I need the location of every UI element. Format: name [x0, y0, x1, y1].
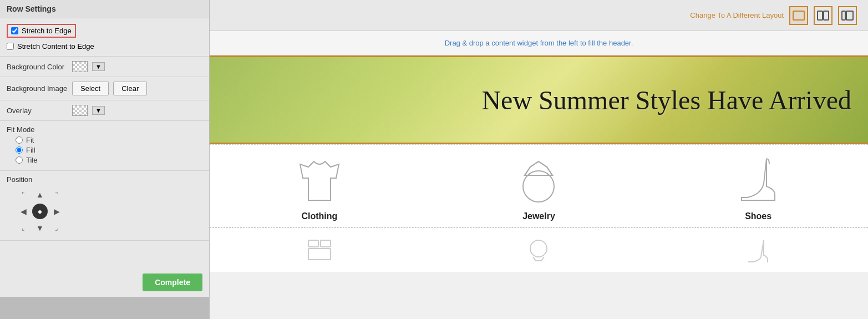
categories-section: Clothing Jewelry Shoes: [210, 144, 868, 227]
stretch-content-row: Stretch Content to Edge: [7, 42, 202, 50]
layout-full-button[interactable]: [789, 6, 808, 25]
background-image-label: Background Image: [7, 84, 68, 93]
stretch-content-checkbox[interactable]: [7, 43, 14, 50]
complete-row: Complete: [0, 268, 209, 297]
pos-center[interactable]: ●: [32, 204, 48, 219]
left-panel: Row Settings Stretch to Edge Stretch Con…: [0, 0, 210, 319]
stretch-to-edge-label[interactable]: Stretch to Edge: [22, 27, 72, 35]
category-clothing: Clothing: [297, 156, 342, 221]
background-image-row: Background Image Select Clear: [0, 77, 209, 100]
category-shoes: Shoes: [736, 156, 780, 221]
bottom-icon-2: [522, 236, 555, 264]
svg-rect-8: [308, 249, 331, 260]
pos-top-center[interactable]: ▲: [32, 187, 48, 202]
stretch-section: Stretch to Edge Stretch Content to Edge: [0, 18, 209, 57]
bottom-icon-1: [303, 236, 336, 264]
svg-rect-9: [321, 240, 331, 247]
shoes-label: Shoes: [745, 211, 771, 221]
position-grid: ⌜ ▲ ⌝ ◀ ● ▶ ⌞ ▼ ⌟: [16, 187, 65, 236]
tile-radio-row: Tile: [16, 156, 202, 164]
panel-scrollbar[interactable]: [0, 297, 209, 319]
svg-rect-7: [308, 240, 318, 247]
clothing-icon: [297, 156, 342, 206]
svg-rect-1: [818, 11, 823, 20]
stretch-content-label[interactable]: Stretch Content to Edge: [17, 42, 94, 50]
svg-rect-2: [824, 11, 829, 20]
right-area: Change To A Different Layout Drag & drop…: [210, 0, 868, 319]
panel-title: Row Settings: [0, 0, 209, 18]
bottom-row: [210, 227, 868, 272]
fit-mode-section: Fit Mode Fit Fill Tile: [0, 121, 209, 171]
stretch-to-edge-row: Stretch to Edge: [7, 24, 76, 38]
clothing-label: Clothing: [301, 211, 337, 221]
clear-button[interactable]: Clear: [113, 82, 147, 95]
fill-radio[interactable]: [16, 146, 23, 154]
banner-text: New Summer Styles Have Arrived: [481, 85, 868, 115]
category-jewelry: Jewelry: [516, 156, 561, 221]
background-color-row: Background Color ▼: [0, 57, 209, 77]
fit-radio[interactable]: [16, 136, 23, 144]
layout-sidebar-button[interactable]: [838, 6, 857, 25]
fill-label[interactable]: Fill: [26, 146, 35, 154]
svg-marker-6: [525, 161, 552, 175]
overlay-dropdown-button[interactable]: ▼: [92, 106, 105, 115]
header-dropzone[interactable]: Drag & drop a content widget from the le…: [210, 31, 868, 55]
tile-radio[interactable]: [16, 156, 23, 164]
svg-point-10: [530, 240, 547, 257]
svg-rect-4: [846, 11, 853, 20]
position-section: Position ⌜ ▲ ⌝ ◀ ● ▶ ⌞ ▼ ⌟: [0, 171, 209, 241]
fill-radio-row: Fill: [16, 146, 202, 154]
jewelry-label: Jewelry: [522, 211, 555, 221]
fit-radio-row: Fit: [16, 136, 202, 144]
stretch-to-edge-checkbox[interactable]: [11, 27, 18, 34]
change-layout-label: Change To A Different Layout: [690, 11, 784, 19]
dropzone-text: Drag & drop a content widget from the le…: [445, 39, 633, 47]
pos-bottom-left[interactable]: ⌞: [16, 220, 31, 236]
overlay-row: Overlay ▼: [0, 100, 209, 121]
fit-label[interactable]: Fit: [26, 136, 34, 144]
background-color-label: Background Color: [7, 63, 68, 71]
overlay-label: Overlay: [7, 107, 68, 115]
pos-bottom-center[interactable]: ▼: [32, 220, 48, 236]
complete-button[interactable]: Complete: [143, 274, 202, 291]
tile-label[interactable]: Tile: [26, 156, 37, 164]
pos-middle-right[interactable]: ▶: [49, 204, 64, 219]
svg-rect-0: [793, 11, 804, 20]
top-toolbar: Change To A Different Layout: [210, 0, 868, 31]
jewelry-icon: [516, 156, 561, 206]
position-label: Position: [7, 175, 202, 184]
overlay-swatch[interactable]: [72, 105, 88, 116]
shoes-icon: [736, 156, 780, 206]
svg-rect-3: [842, 11, 845, 20]
fit-mode-label: Fit Mode: [7, 125, 202, 134]
pos-top-left[interactable]: ⌜: [16, 187, 31, 202]
color-dropdown-button[interactable]: ▼: [92, 62, 105, 71]
pos-top-right[interactable]: ⌝: [49, 187, 64, 202]
pos-bottom-right[interactable]: ⌟: [49, 220, 64, 236]
pos-middle-left[interactable]: ◀: [16, 204, 31, 219]
banner: New Summer Styles Have Arrived: [210, 55, 868, 144]
select-button[interactable]: Select: [72, 82, 109, 95]
bottom-icon-3: [742, 236, 775, 264]
layout-half-button[interactable]: [814, 6, 833, 25]
color-swatch[interactable]: [72, 61, 88, 72]
